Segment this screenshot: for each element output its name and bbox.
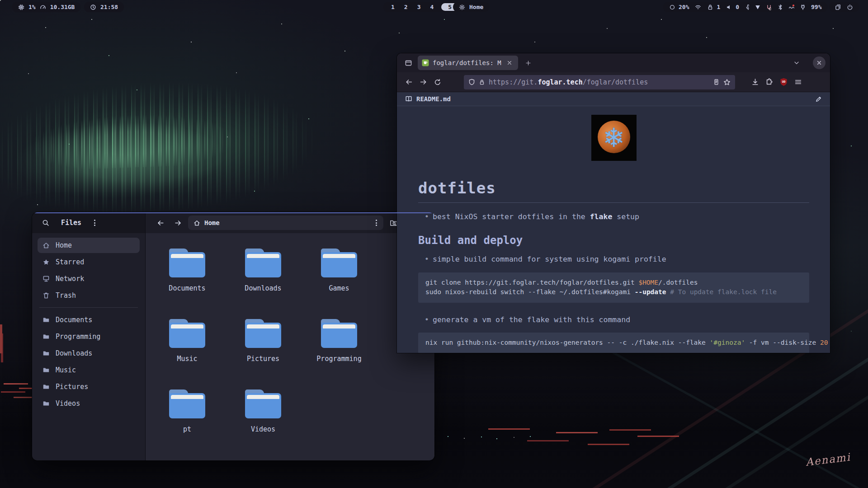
reader-mode-icon[interactable] [713, 79, 720, 85]
app-menu-kebab-icon[interactable] [92, 218, 97, 228]
cpu-icon [18, 4, 24, 10]
home-icon [42, 242, 50, 249]
folder-icon [321, 319, 357, 348]
forward-button[interactable] [171, 216, 184, 230]
files-headerbar-right: Home [146, 212, 434, 233]
ublock-origin-icon[interactable]: UO [779, 78, 788, 86]
sidebar-label: Videos [56, 399, 80, 408]
url-bar[interactable]: https://git.foglar.tech/foglar/dotfiles [464, 75, 735, 89]
book-icon [405, 95, 412, 103]
gitea-favicon [422, 59, 429, 66]
vpn-shield-icon [755, 4, 761, 10]
code-text: git clone https://git.foglar.tech/foglar… [425, 279, 638, 286]
code-text: sudo nixos-rebuild switch --flake ~/.dot… [425, 288, 635, 296]
browser-back-button[interactable] [401, 75, 416, 89]
volume-icon [726, 4, 732, 10]
code-flag: --update [635, 288, 666, 296]
folder-item-games[interactable]: Games [304, 249, 374, 314]
intro-bullet: best NixOS starter dotfiles in the flake… [425, 212, 809, 222]
workspace-1[interactable]: 1 [389, 4, 396, 10]
clock-pill[interactable]: 21:58 [84, 2, 124, 12]
folder-item-pt[interactable]: pt [152, 389, 222, 455]
system-stats-pill[interactable]: 1% 10.31GB [12, 2, 80, 12]
workspace-2[interactable]: 2 [402, 4, 410, 10]
workspace-3[interactable]: 3 [415, 4, 423, 10]
red-glitch [0, 324, 2, 353]
sidebar-item-programming[interactable]: Programming [38, 329, 140, 344]
tracking-shield-icon[interactable] [468, 79, 475, 85]
folder-item-music[interactable]: Music [152, 319, 222, 384]
tray-uc-icon [766, 4, 772, 10]
nixos-logo-image: ❄ [591, 115, 637, 161]
files-headerbar: Files Home [32, 212, 434, 233]
folder-label: Pictures [247, 355, 279, 363]
code-variable: $HOME [638, 279, 658, 286]
edit-pencil-icon[interactable] [815, 96, 822, 103]
sidebar-item-starred[interactable]: Starred [38, 254, 140, 270]
path-bar[interactable]: Home [188, 216, 383, 230]
battery-level: 99% [811, 4, 821, 10]
sidebar-item-trash[interactable]: Trash [38, 288, 140, 303]
back-button[interactable] [154, 216, 167, 230]
new-tab-button[interactable] [522, 56, 534, 69]
folder-label: Downloads [245, 284, 281, 292]
sidebar-item-network[interactable]: Network [38, 271, 140, 286]
files-grid: Documents Downloads Games Music Pictures… [146, 233, 434, 460]
window-close-button[interactable] [813, 56, 826, 69]
files-sidebar: Home Starred Network Trash [32, 233, 146, 460]
path-menu-kebab-icon[interactable] [374, 218, 379, 228]
folder-item-pictures[interactable]: Pictures [228, 319, 298, 384]
clock-time: 21:58 [100, 4, 118, 10]
extensions-puzzle-icon[interactable] [765, 78, 773, 86]
url-domain: foglar.tech [538, 78, 582, 86]
memory-usage: 10.31GB [50, 4, 75, 10]
reload-button[interactable] [430, 75, 445, 89]
active-tab[interactable]: foglar/dotfiles: My [418, 56, 518, 70]
downloads-icon[interactable] [751, 78, 759, 86]
power-plug-icon [800, 4, 806, 10]
folder-item-programming[interactable]: Programming [304, 319, 374, 384]
folder-item-documents[interactable]: Documents [152, 249, 222, 314]
folder-item-downloads[interactable]: Downloads [228, 249, 298, 314]
intro-bold: flake [590, 212, 613, 221]
home-icon [193, 220, 200, 226]
sidebar-label: Documents [56, 316, 92, 324]
build-bullet: simple build command for system using ko… [425, 254, 809, 264]
sidebar-item-documents[interactable]: Documents [38, 312, 140, 328]
folder-icon [42, 316, 50, 324]
code-block-vm: nix run github:nix-community/nixos-gener… [418, 333, 809, 353]
url-path: /foglar/dotfiles [583, 78, 648, 86]
files-window: Files Home [32, 212, 434, 460]
sidebar-item-music[interactable]: Music [38, 362, 140, 378]
folder-icon [169, 249, 205, 277]
sidebar-item-videos[interactable]: Videos [38, 396, 140, 411]
brightness-value: 20% [679, 4, 689, 10]
folder-icon [169, 319, 205, 348]
profile-pill[interactable]: Home [453, 2, 489, 12]
folder-item-videos[interactable]: Videos [228, 389, 298, 455]
sidebar-item-home[interactable]: Home [38, 238, 140, 253]
tab-close-icon[interactable] [505, 58, 514, 67]
tray-pill[interactable]: 99% [749, 2, 827, 12]
folder-label: Programming [316, 355, 361, 363]
search-icon[interactable] [42, 219, 49, 226]
sidebar-item-pictures[interactable]: Pictures [38, 379, 140, 394]
bookmark-star-icon[interactable] [723, 79, 731, 86]
hamburger-menu-icon[interactable] [794, 78, 802, 86]
clock-icon [90, 4, 96, 10]
firefox-view-icon[interactable] [401, 56, 415, 70]
list-tabs-chevron-icon[interactable] [790, 56, 803, 69]
sidebar-item-downloads[interactable]: Downloads [38, 346, 140, 361]
navbar-actions: UO [751, 78, 802, 86]
hardware-pill[interactable]: 20% 1 0 [663, 2, 757, 12]
intro-text: setup [612, 212, 639, 221]
browser-forward-button[interactable] [416, 75, 430, 89]
screenshot-copy-icon[interactable] [835, 4, 841, 10]
readme-filename: README.md [416, 95, 451, 103]
firefox-window: foglar/dotfiles: My [397, 53, 830, 353]
code-text: -f vm --disk-size [745, 339, 820, 346]
folder-icon [42, 333, 50, 340]
workspace-4[interactable]: 4 [428, 4, 435, 10]
power-icon[interactable] [847, 4, 853, 10]
lock-icon[interactable] [479, 79, 485, 85]
